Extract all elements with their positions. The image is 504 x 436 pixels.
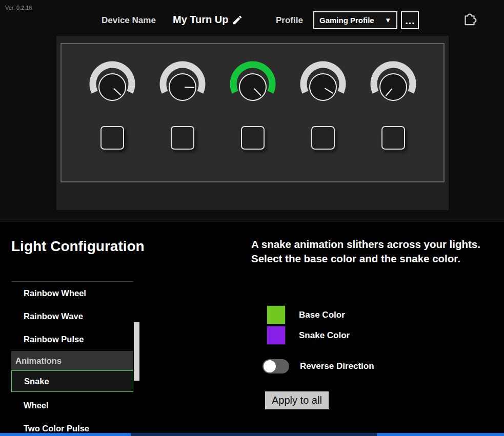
- app-window: Ver. 0.2.16 Device Name My Turn Up Profi…: [0, 0, 504, 436]
- device-panel: [56, 36, 449, 210]
- list-section-animations: Animations: [11, 351, 133, 370]
- plugin-puzzle-icon[interactable]: [462, 10, 478, 27]
- animation-description: A snake animation slithers across your l…: [251, 237, 486, 266]
- profile-label: Profile: [276, 15, 303, 26]
- device-button-1[interactable]: [100, 126, 124, 150]
- page-title: Light Configuration: [11, 238, 145, 255]
- list-item-wheel[interactable]: Wheel: [11, 394, 133, 417]
- reverse-direction-label: Reverse Direction: [300, 361, 374, 371]
- device-name-value: My Turn Up: [173, 14, 229, 26]
- edit-pencil-icon[interactable]: [232, 14, 243, 26]
- list-item-rainbow-wave[interactable]: Rainbow Wave: [11, 305, 133, 328]
- base-color-swatch[interactable]: [267, 305, 286, 324]
- profile-more-button[interactable]: …: [401, 11, 419, 29]
- knob-1[interactable]: [87, 57, 138, 109]
- knob-row: [62, 57, 443, 109]
- knob-3[interactable]: [227, 57, 278, 109]
- device-button-2[interactable]: [171, 126, 194, 150]
- device-button-3[interactable]: [241, 126, 265, 150]
- horizontal-scrollbar-thumb[interactable]: [131, 433, 377, 436]
- reverse-direction-toggle[interactable]: [263, 359, 289, 373]
- snake-color-swatch[interactable]: [267, 326, 286, 345]
- base-color-label: Base Color: [299, 310, 345, 320]
- knob-5[interactable]: [368, 57, 419, 109]
- device-button-4[interactable]: [311, 126, 335, 150]
- horizontal-scrollbar[interactable]: [0, 433, 504, 436]
- device-faceplate: [61, 43, 445, 182]
- knob-2[interactable]: [157, 57, 208, 109]
- animation-list: Rainbow WheelRainbow WaveRainbow PulseAn…: [11, 282, 133, 436]
- list-item-snake[interactable]: Snake: [11, 370, 133, 392]
- device-button-5[interactable]: [381, 126, 405, 150]
- list-item-rainbow-wheel[interactable]: Rainbow Wheel: [11, 282, 133, 305]
- chevron-down-icon: ▼: [385, 16, 391, 24]
- button-row: [62, 126, 443, 150]
- vertical-scrollbar-thumb[interactable]: [134, 322, 139, 381]
- apply-to-all-button[interactable]: Apply to all: [265, 391, 329, 409]
- toggle-knob: [264, 360, 276, 372]
- version-text: Ver. 0.2.16: [5, 5, 32, 11]
- profile-dropdown-value: Gaming Profile: [319, 16, 374, 25]
- light-configuration-section: Light Configuration Rainbow WheelRainbow…: [0, 221, 504, 436]
- list-item-rainbow-pulse[interactable]: Rainbow Pulse: [11, 328, 133, 351]
- device-name-label: Device Name: [102, 15, 156, 26]
- knob-4[interactable]: [297, 57, 349, 109]
- snake-color-label: Snake Color: [299, 330, 350, 341]
- profile-dropdown[interactable]: Gaming Profile ▼: [313, 11, 397, 29]
